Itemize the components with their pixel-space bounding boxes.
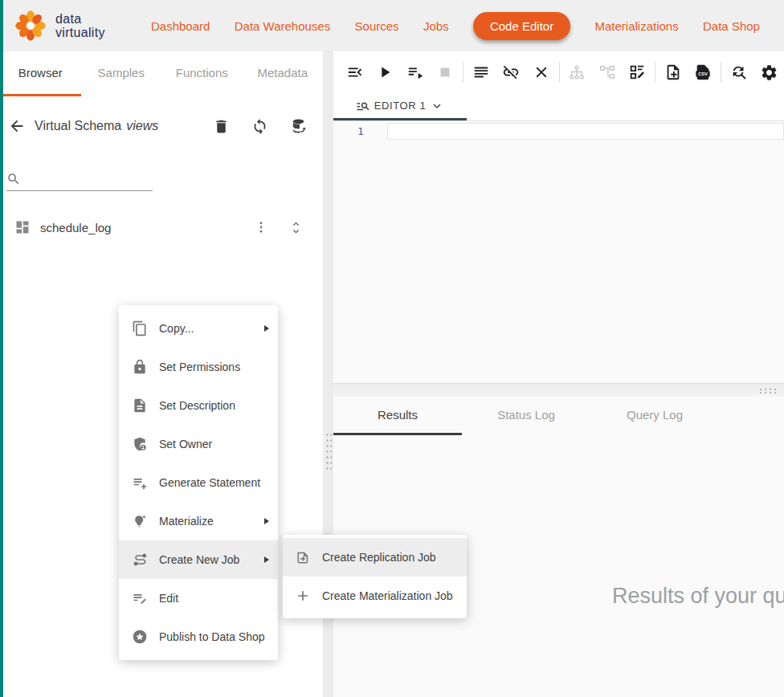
schema-subtitle: views (126, 119, 158, 133)
plan-edit-icon[interactable] (623, 56, 653, 88)
tab-functions[interactable]: Functions (161, 51, 243, 96)
toolbar-separator (655, 62, 655, 83)
playlist-edit-icon (132, 590, 148, 606)
nav-item-code-editor[interactable]: Code Editor (473, 12, 570, 40)
menu-item-copy[interactable]: Copy... (119, 309, 278, 348)
search-icon (6, 172, 21, 186)
editor-toolbar: CSV (333, 51, 784, 93)
kebab-menu-icon[interactable] (254, 220, 268, 234)
playlist-add-icon (132, 475, 148, 491)
submenu-item-create-materialization-job[interactable]: Create Materialization Job (283, 577, 467, 615)
settings-gear-icon[interactable] (754, 56, 784, 88)
tab-results[interactable]: Results (333, 397, 462, 435)
menu-item-publish-to-data-shop[interactable]: Publish to Data Shop (119, 618, 278, 656)
unfold-icon[interactable] (288, 220, 304, 235)
menu-item-set-description[interactable]: Set Description (119, 386, 278, 425)
chevron-down-icon[interactable] (430, 99, 444, 113)
database-refresh-icon[interactable] (290, 117, 308, 136)
new-file-icon[interactable] (658, 56, 688, 88)
stop-icon (431, 56, 461, 88)
refresh-icon[interactable] (251, 118, 268, 135)
create-job-submenu: Create Replication Job Create Materializ… (283, 535, 467, 618)
editor-active-line[interactable] (387, 123, 784, 140)
route-icon (132, 552, 148, 568)
manage-search-icon (356, 99, 370, 113)
trash-icon[interactable] (213, 118, 230, 135)
panel-splitter-horizontal[interactable] (333, 383, 784, 397)
toolbar-separator (463, 62, 463, 83)
back-arrow-icon[interactable] (8, 117, 26, 135)
export-csv-icon[interactable]: CSV (688, 56, 719, 88)
brand-name: data virtuality (55, 12, 105, 40)
menu-open-icon[interactable] (340, 56, 370, 88)
format-align-icon[interactable] (466, 56, 496, 88)
run-selection-icon[interactable] (400, 56, 431, 88)
svg-text:CSV: CSV (698, 71, 708, 76)
tab-metadata[interactable]: Metadata (243, 51, 324, 96)
main-area: Browser Samples Functions Metadata Virtu… (0, 51, 784, 697)
copy-icon (132, 320, 148, 336)
schema-title: Virtual Schema (35, 119, 121, 133)
splitter-grip-icon[interactable] (325, 432, 332, 472)
top-navigation: data virtuality Dashboard Data Warehouse… (0, 0, 784, 51)
app-window: data virtuality Dashboard Data Warehouse… (0, 0, 784, 697)
editor-tab-label: EDITOR 1 (374, 100, 427, 112)
replication-icon (295, 549, 311, 565)
nav-item-sources[interactable]: Sources (355, 19, 399, 33)
sidebar: Browser Samples Functions Metadata Virtu… (0, 51, 323, 697)
splitter-grip-icon[interactable] (758, 388, 779, 393)
tab-status-log[interactable]: Status Log (462, 397, 590, 435)
close-icon[interactable] (526, 56, 557, 88)
menu-item-set-owner[interactable]: Set Owner (119, 425, 278, 463)
menu-item-generate-statement[interactable]: Generate Statement (119, 463, 278, 502)
star-circle-icon (132, 629, 148, 645)
menu-item-materialize[interactable]: Materialize (119, 502, 278, 540)
sidebar-tabs: Browser Samples Functions Metadata (0, 51, 323, 96)
materialize-bulb-icon (132, 513, 148, 529)
toolbar-separator (559, 62, 560, 83)
nav-item-jobs[interactable]: Jobs (423, 19, 449, 33)
tab-query-log[interactable]: Query Log (590, 397, 719, 435)
brand-logo[interactable]: data virtuality (13, 8, 124, 43)
description-icon (132, 397, 148, 414)
owner-shield-icon (132, 436, 148, 452)
context-menu: Copy... Set Permissions Set Description (119, 305, 278, 660)
menu-item-edit[interactable]: Edit (119, 579, 278, 618)
run-play-icon[interactable] (370, 56, 401, 88)
dependency-tree-icon (562, 56, 593, 88)
tree-item-label: schedule_log (40, 221, 111, 234)
results-tabbar: Results Status Log Query Log (333, 397, 784, 435)
toolbar-separator (721, 62, 721, 83)
link-off-icon[interactable] (496, 56, 527, 88)
results-placeholder-text: Results of your querie (612, 584, 784, 609)
search-input[interactable] (24, 173, 153, 186)
editor-tabbar: EDITOR 1 (333, 93, 784, 121)
plus-icon (295, 588, 311, 604)
nav-item-data-shop[interactable]: Data Shop (703, 19, 760, 33)
teal-accent-strip (0, 0, 3, 697)
submenu-arrow-icon (264, 325, 269, 332)
lock-icon (132, 359, 148, 375)
submenu-arrow-icon (264, 556, 269, 563)
logo-flower-icon (13, 8, 48, 43)
nav-item-dashboard[interactable]: Dashboard (151, 19, 210, 33)
submenu-arrow-icon (264, 518, 269, 524)
tab-samples[interactable]: Samples (81, 51, 162, 96)
data-lineage-icon (592, 56, 623, 88)
tab-browser[interactable]: Browser (0, 51, 81, 96)
menu-item-set-permissions[interactable]: Set Permissions (119, 348, 278, 386)
find-replace-icon[interactable] (724, 56, 754, 88)
nav-links: Dashboard Data Warehouses Sources Jobs C… (151, 12, 760, 40)
code-editor-area[interactable]: 1 (333, 121, 784, 383)
menu-item-create-new-job[interactable]: Create New Job (119, 540, 278, 579)
tree-item-schedule-log[interactable]: schedule_log (0, 209, 323, 246)
grid-icon (14, 219, 31, 235)
schema-header: Virtual Schema views (0, 108, 323, 145)
tab-editor-1[interactable]: EDITOR 1 (333, 93, 467, 120)
nav-item-data-warehouses[interactable]: Data Warehouses (235, 19, 331, 33)
line-number: 1 (357, 125, 364, 137)
submenu-item-create-replication-job[interactable]: Create Replication Job (283, 538, 467, 577)
nav-item-materializations[interactable]: Materializations (594, 19, 678, 33)
sidebar-search (6, 172, 153, 191)
